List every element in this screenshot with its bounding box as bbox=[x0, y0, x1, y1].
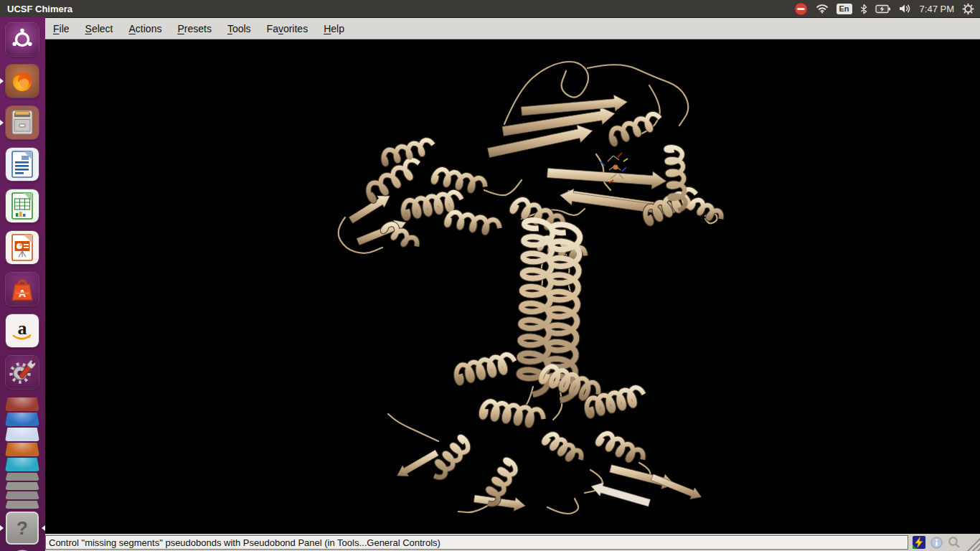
search-magnifier-icon[interactable] bbox=[948, 536, 961, 549]
launcher-item-folded-window-4[interactable] bbox=[5, 501, 39, 509]
launcher-item-libreoffice-writer[interactable] bbox=[6, 148, 39, 181]
status-bar: Control "missing segments" pseudobonds w… bbox=[45, 534, 980, 551]
menu-file[interactable]: File bbox=[47, 23, 76, 34]
launcher-item-chimera-window[interactable]: ? bbox=[6, 512, 39, 545]
top-panel: UCSF Chimera En 7:47 PM bbox=[0, 0, 980, 17]
launcher-item-folded-globe-app[interactable] bbox=[5, 458, 39, 471]
running-indicator-firefox bbox=[0, 78, 4, 84]
launcher-item-folded-window-3[interactable] bbox=[5, 491, 39, 499]
impress-presentation-icon bbox=[6, 231, 39, 264]
keyboard-layout-indicator[interactable]: En bbox=[837, 4, 852, 14]
launcher-item-folded-qbittorrent[interactable] bbox=[5, 413, 39, 426]
resize-grip[interactable] bbox=[966, 537, 980, 551]
settings-gear-wrench-icon bbox=[6, 356, 39, 389]
writer-document-icon bbox=[6, 148, 39, 181]
protein-ribbon-model bbox=[45, 39, 980, 534]
volume-icon[interactable] bbox=[899, 4, 912, 14]
launcher-item-folded-window-1[interactable] bbox=[5, 473, 39, 481]
menu-items: FileSelectActionsPresetsToolsFavoritesHe… bbox=[47, 23, 354, 34]
running-indicator-chimera bbox=[0, 525, 4, 531]
do-not-disturb-icon[interactable] bbox=[794, 2, 808, 16]
desktop: UCSF Chimera En 7:47 PM bbox=[0, 0, 980, 551]
launcher-item-firefox[interactable] bbox=[6, 65, 39, 98]
launcher-item-system-settings[interactable] bbox=[6, 356, 39, 389]
launcher: A a ? bbox=[0, 17, 45, 551]
software-bag-icon: A bbox=[6, 273, 39, 306]
svg-text:a: a bbox=[18, 318, 27, 339]
firefox-icon bbox=[6, 65, 39, 98]
menu-tools[interactable]: Tools bbox=[221, 23, 258, 34]
battery-charging-icon[interactable] bbox=[875, 4, 891, 14]
amazon-icon: a bbox=[6, 314, 39, 347]
rapid-access-lightning-icon[interactable] bbox=[913, 536, 925, 549]
status-message-box: Control "missing segments" pseudobonds w… bbox=[45, 535, 908, 550]
launcher-item-folded-document-app[interactable] bbox=[5, 428, 39, 441]
launcher-item-folded-window-2[interactable] bbox=[5, 482, 39, 490]
menu-help[interactable]: Help bbox=[317, 23, 351, 34]
ubuntu-logo-icon bbox=[6, 23, 39, 56]
wifi-icon[interactable] bbox=[816, 4, 829, 14]
launcher-item-amazon[interactable]: a bbox=[6, 314, 39, 347]
launcher-item-ubuntu-software[interactable]: A bbox=[6, 273, 39, 306]
launcher-item-libreoffice-impress[interactable] bbox=[6, 231, 39, 264]
system-tray: En 7:47 PM bbox=[794, 2, 974, 16]
launcher-item-ubuntu-dash[interactable] bbox=[6, 23, 39, 56]
menu-select[interactable]: Select bbox=[79, 23, 120, 34]
clock[interactable]: 7:47 PM bbox=[920, 4, 954, 14]
status-message: Control "missing segments" pseudobonds w… bbox=[49, 537, 440, 548]
menu-presets[interactable]: Presets bbox=[171, 23, 217, 34]
file-cabinet-icon bbox=[6, 106, 39, 139]
menu-favorites[interactable]: Favorites bbox=[260, 23, 315, 34]
launcher-item-folded-dark-app[interactable] bbox=[5, 443, 39, 456]
launcher-item-file-manager[interactable] bbox=[6, 106, 39, 139]
window-title: UCSF Chimera bbox=[7, 4, 72, 14]
unknown-app-glyph: ? bbox=[17, 517, 28, 540]
session-gear-icon[interactable] bbox=[962, 3, 974, 15]
calc-spreadsheet-icon bbox=[6, 189, 39, 222]
bluetooth-icon[interactable] bbox=[860, 4, 867, 14]
launcher-item-libreoffice-calc[interactable] bbox=[6, 189, 39, 222]
menu-actions[interactable]: Actions bbox=[123, 23, 169, 34]
running-indicator-files bbox=[0, 120, 4, 126]
menubar: FileSelectActionsPresetsToolsFavoritesHe… bbox=[45, 17, 980, 39]
launcher-item-folded-wine-tools[interactable] bbox=[5, 397, 39, 411]
info-icon[interactable] bbox=[930, 537, 943, 549]
molecule-viewport[interactable] bbox=[45, 39, 980, 534]
